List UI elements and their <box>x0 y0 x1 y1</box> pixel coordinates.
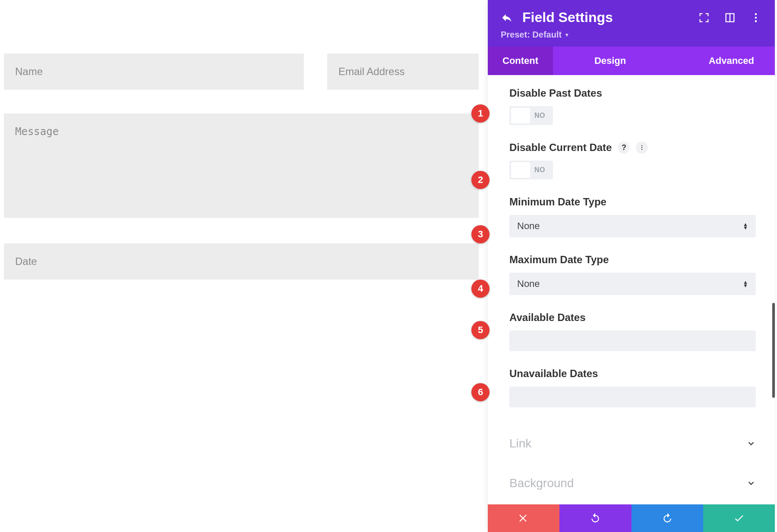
chevron-down-icon <box>746 439 756 448</box>
column-layout-icon[interactable] <box>724 12 736 24</box>
svg-point-5 <box>641 149 642 150</box>
section-label: Link <box>509 437 531 450</box>
message-textarea[interactable] <box>4 113 479 218</box>
panel-tabs: Content Design Advanced <box>488 47 775 75</box>
setting-label: Disable Past Dates <box>509 87 756 99</box>
close-icon <box>518 513 529 524</box>
setting-label: Disable Current Date ? <box>509 142 756 154</box>
expand-icon[interactable] <box>698 12 710 24</box>
select-arrows-icon: ▲▼ <box>743 280 748 287</box>
preset-label: Preset: Default <box>501 30 562 40</box>
select-value: None <box>517 278 540 290</box>
tab-design[interactable]: Design <box>580 47 641 75</box>
tab-advanced[interactable]: Advanced <box>694 47 775 75</box>
save-button[interactable] <box>703 504 775 532</box>
toggle-knob <box>511 162 530 178</box>
annotation-badge-4: 4 <box>471 280 490 298</box>
date-input[interactable] <box>4 243 479 280</box>
setting-available-dates: Available Dates <box>509 312 756 351</box>
panel-footer <box>488 504 775 532</box>
svg-point-4 <box>641 147 642 148</box>
toggle-knob <box>511 108 530 123</box>
annotation-badge-5: 5 <box>471 321 490 339</box>
svg-point-3 <box>641 145 642 146</box>
section-background[interactable]: Background <box>509 463 756 503</box>
options-dots-icon[interactable] <box>636 142 648 154</box>
form-preview <box>4 54 479 280</box>
annotation-badge-6: 6 <box>471 383 490 401</box>
label-text: Disable Current Date <box>509 142 612 154</box>
preset-selector[interactable]: Preset: Default ▼ <box>501 30 569 40</box>
setting-disable-past-dates: Disable Past Dates NO <box>509 87 756 125</box>
toggle-value: NO <box>534 112 551 120</box>
cancel-button[interactable] <box>488 504 559 532</box>
select-maximum-date-type[interactable]: None ▲▼ <box>509 273 756 295</box>
tab-content[interactable]: Content <box>488 47 553 75</box>
setting-unavailable-dates: Unavailable Dates <box>509 368 756 407</box>
chevron-down-icon <box>746 478 756 488</box>
toggle-disable-current-date[interactable]: NO <box>509 161 553 179</box>
undo-icon <box>590 513 601 524</box>
setting-disable-current-date: Disable Current Date ? NO <box>509 142 756 179</box>
form-row-1 <box>4 54 479 90</box>
input-unavailable-dates[interactable] <box>509 387 756 407</box>
setting-label: Available Dates <box>509 312 756 324</box>
annotation-badge-1: 1 <box>471 104 490 123</box>
redo-button[interactable] <box>632 504 703 532</box>
setting-label: Unavailable Dates <box>509 368 756 380</box>
svg-point-0 <box>755 13 757 15</box>
panel-header: Field Settings Preset: Default ▼ <box>488 0 775 47</box>
setting-minimum-date-type: Minimum Date Type None ▲▼ <box>509 196 756 237</box>
svg-point-2 <box>755 20 757 22</box>
back-arrow-icon[interactable] <box>501 12 513 24</box>
panel-title: Field Settings <box>522 9 689 25</box>
select-minimum-date-type[interactable]: None ▲▼ <box>509 215 756 237</box>
toggle-disable-past-dates[interactable]: NO <box>509 106 553 125</box>
undo-button[interactable] <box>559 504 631 532</box>
caret-down-icon: ▼ <box>564 32 569 38</box>
redo-icon <box>662 513 673 524</box>
page-root: 1 2 3 4 5 6 Field Settings Preset: Defau… <box>0 0 777 532</box>
email-input[interactable] <box>327 54 479 90</box>
setting-label: Maximum Date Type <box>509 254 756 266</box>
select-arrows-icon: ▲▼ <box>743 223 748 230</box>
panel-title-row: Field Settings <box>501 9 762 25</box>
header-icons <box>698 12 762 24</box>
setting-label: Minimum Date Type <box>509 196 756 208</box>
check-icon <box>733 513 745 524</box>
annotation-badge-2: 2 <box>471 171 490 189</box>
panel-body: Disable Past Dates NO Disable Current Da… <box>488 75 775 504</box>
scrollbar-thumb[interactable] <box>772 303 775 398</box>
settings-panel: Field Settings Preset: Default ▼ Content… <box>488 0 775 532</box>
help-icon[interactable]: ? <box>618 142 630 154</box>
setting-maximum-date-type: Maximum Date Type None ▲▼ <box>509 254 756 295</box>
annotation-badge-3: 3 <box>471 225 490 243</box>
section-label: Background <box>509 476 574 490</box>
input-available-dates[interactable] <box>509 331 756 351</box>
select-value: None <box>517 220 540 232</box>
section-link[interactable]: Link <box>509 424 756 463</box>
svg-point-1 <box>755 16 757 19</box>
name-input[interactable] <box>4 54 304 90</box>
toggle-value: NO <box>534 166 551 174</box>
kebab-menu-icon[interactable] <box>750 12 762 24</box>
